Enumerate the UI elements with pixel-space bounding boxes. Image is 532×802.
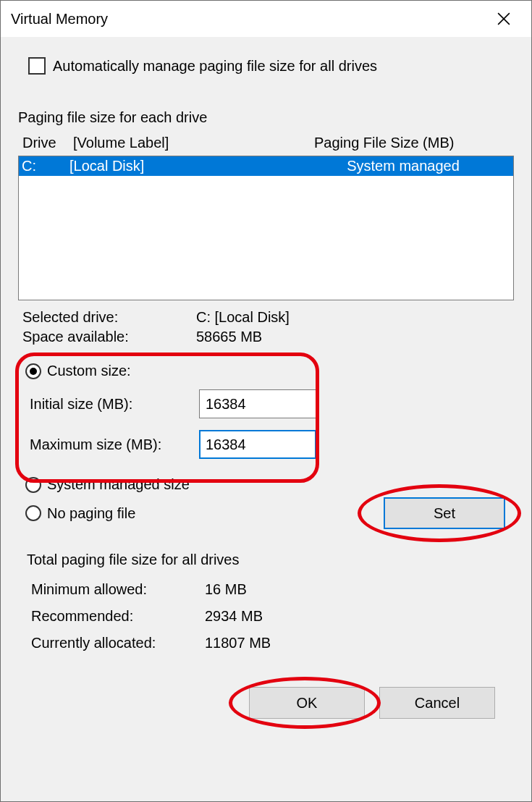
system-managed-radio[interactable] [25, 477, 41, 493]
selected-info: Selected drive: C: [Local Disk] Space av… [18, 300, 514, 350]
drives-group: Paging file size for each drive Drive [V… [18, 95, 514, 542]
auto-manage-checkbox-row[interactable]: Automatically manage paging file size fo… [28, 57, 514, 75]
space-available-label: Space available: [22, 329, 196, 345]
custom-size-inputs: Initial size (MB): Maximum size (MB): [25, 384, 507, 465]
titlebar: Virtual Memory [1, 1, 531, 37]
custom-size-label: Custom size: [47, 363, 131, 379]
space-available-value: 58665 MB [196, 329, 510, 345]
drive-list[interactable]: C: [Local Disk] System managed [18, 156, 514, 300]
size-option-block: Custom size: Initial size (MB): Maximum … [18, 354, 514, 533]
dialog-body: Automatically manage paging file size fo… [1, 37, 531, 801]
initial-size-label: Initial size (MB): [30, 396, 199, 413]
currently-allocated-label: Currently allocated: [31, 635, 205, 651]
header-volume: [Volume Label] [73, 135, 314, 151]
maximum-size-label: Maximum size (MB): [30, 436, 199, 453]
initial-size-input[interactable] [199, 389, 316, 418]
system-managed-label: System managed size [47, 476, 190, 493]
dialog-footer: OK Cancel [18, 670, 514, 738]
no-paging-radio-row[interactable]: No paging file [25, 501, 135, 526]
close-button[interactable] [489, 4, 518, 33]
virtual-memory-dialog: Virtual Memory Automatically manage pagi… [0, 0, 532, 802]
system-managed-radio-row[interactable]: System managed size [25, 472, 507, 497]
header-size: Paging File Size (MB) [314, 135, 510, 151]
drive-list-header: Drive [Volume Label] Paging File Size (M… [18, 132, 514, 156]
currently-allocated-value: 11807 MB [205, 635, 501, 651]
close-icon [497, 12, 510, 25]
drive-row-drive: C: [20, 158, 69, 174]
no-paging-label: No paging file [47, 505, 135, 522]
ok-button[interactable]: OK [249, 687, 365, 719]
custom-size-radio[interactable] [25, 363, 41, 379]
totals-group: Total paging file size for all drives Mi… [18, 561, 514, 670]
drive-row-size: System managed [295, 158, 512, 174]
set-button[interactable]: Set [384, 497, 505, 529]
cancel-button[interactable]: Cancel [379, 687, 495, 719]
no-paging-radio[interactable] [25, 505, 41, 521]
drives-group-label: Paging file size for each drive [18, 109, 514, 126]
totals-group-label: Total paging file size for all drives [24, 552, 242, 568]
recommended-label: Recommended: [31, 608, 205, 625]
drive-row-volume: [Local Disk] [69, 158, 295, 174]
custom-size-radio-row[interactable]: Custom size: [25, 358, 507, 384]
auto-manage-checkbox[interactable] [28, 57, 46, 75]
recommended-value: 2934 MB [205, 608, 501, 625]
min-allowed-label: Minimum allowed: [31, 581, 205, 598]
selected-drive-value: C: [Local Disk] [196, 309, 510, 326]
auto-manage-label: Automatically manage paging file size fo… [53, 58, 377, 75]
window-title: Virtual Memory [11, 11, 108, 28]
drive-row[interactable]: C: [Local Disk] System managed [19, 156, 513, 176]
selected-drive-label: Selected drive: [22, 309, 196, 326]
maximum-size-input[interactable] [199, 430, 316, 459]
min-allowed-value: 16 MB [205, 581, 501, 598]
header-drive: Drive [22, 135, 73, 151]
